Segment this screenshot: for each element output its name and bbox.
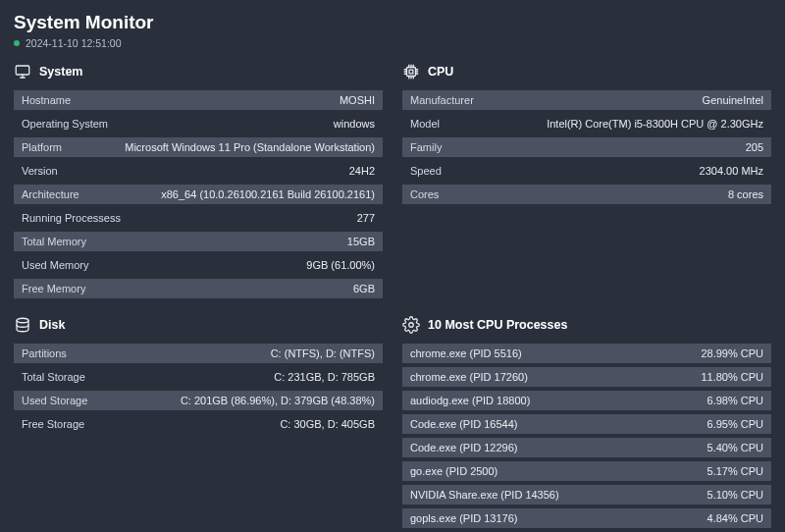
svg-rect-0	[16, 66, 29, 75]
table-row: PlatformMicrosoft Windows 11 Pro (Standa…	[14, 137, 383, 157]
process-name: go.exe (PID 2500)	[410, 465, 497, 477]
process-cpu: 6.98% CPU	[707, 395, 763, 406]
row-key: Running Processess	[22, 212, 121, 224]
svg-point-18	[409, 323, 414, 328]
system-card-title: System	[39, 65, 82, 79]
process-name: gopls.exe (PID 13176)	[410, 512, 517, 524]
process-row: chrome.exe (PID 5516)28.99% CPU	[402, 344, 771, 363]
row-key: Version	[22, 165, 58, 177]
table-row: Total StorageC: 231GB, D: 785GB	[14, 367, 383, 387]
row-value: MOSHI	[340, 94, 375, 106]
process-row: chrome.exe (PID 17260)11.80% CPU	[402, 367, 771, 387]
row-key: Cores	[410, 188, 439, 200]
row-value: C: 30GB, D: 405GB	[280, 418, 375, 430]
status-dot-icon	[14, 40, 20, 46]
row-key: Total Storage	[22, 371, 85, 383]
process-cpu: 28.99% CPU	[701, 347, 763, 359]
row-value: Intel(R) Core(TM) i5-8300H CPU @ 2.30GHz	[547, 118, 763, 130]
process-row: NVIDIA Share.exe (PID 14356)5.10% CPU	[402, 485, 771, 505]
row-value: GenuineIntel	[703, 94, 763, 106]
process-cpu: 5.17% CPU	[707, 465, 763, 477]
process-cpu: 5.10% CPU	[707, 489, 763, 501]
top-processes-card-header: 10 Most CPU Processes	[402, 316, 771, 334]
process-row: Code.exe (PID 16544)6.95% CPU	[402, 414, 771, 434]
table-row: Operating Systemwindows	[14, 114, 383, 133]
monitor-icon	[14, 63, 31, 80]
table-row: ManufacturerGenuineIntel	[402, 90, 771, 110]
disk-card-title: Disk	[39, 318, 65, 332]
process-cpu: 11.80% CPU	[701, 371, 763, 383]
process-list: chrome.exe (PID 5516)28.99% CPUchrome.ex…	[402, 344, 771, 532]
row-value: C: (NTFS), D: (NTFS)	[271, 347, 375, 359]
row-value: C: 201GB (86.96%), D: 379GB (48.38%)	[181, 395, 375, 406]
row-key: Used Storage	[22, 395, 87, 406]
svg-rect-4	[409, 70, 413, 74]
top-processes-card-title: 10 Most CPU Processes	[428, 318, 567, 332]
disk-card: Disk PartitionsC: (NTFS), D: (NTFS)Total…	[14, 316, 383, 532]
table-row: Running Processess277	[14, 208, 383, 228]
row-key: Hostname	[22, 94, 71, 106]
row-key: Partitions	[22, 347, 67, 359]
top-processes-card: 10 Most CPU Processes chrome.exe (PID 55…	[402, 316, 771, 532]
table-row: Used Memory9GB (61.00%)	[14, 255, 383, 275]
row-key: Total Memory	[22, 236, 86, 247]
row-value: 2304.00 MHz	[700, 165, 763, 177]
row-value: 8 cores	[728, 188, 763, 200]
process-row: gopls.exe (PID 13176)4.84% CPU	[402, 508, 771, 528]
row-key: Speed	[410, 165, 442, 177]
row-value: Microsoft Windows 11 Pro (Standalone Wor…	[125, 141, 375, 153]
disk-rows: PartitionsC: (NTFS), D: (NTFS)Total Stor…	[14, 344, 383, 434]
process-row: audiodg.exe (PID 18800)6.98% CPU	[402, 391, 771, 410]
process-name: chrome.exe (PID 17260)	[410, 371, 528, 383]
row-value: 205	[746, 141, 763, 153]
process-row: Code.exe (PID 12296)5.40% CPU	[402, 438, 771, 457]
hard-drive-icon	[14, 316, 31, 334]
process-name: chrome.exe (PID 5516)	[410, 347, 522, 359]
row-key: Free Storage	[22, 418, 84, 430]
process-name: Code.exe (PID 12296)	[410, 442, 517, 453]
process-name: NVIDIA Share.exe (PID 14356)	[410, 489, 559, 501]
table-row: Total Memory15GB	[14, 232, 383, 251]
process-name: audiodg.exe (PID 18800)	[410, 395, 530, 406]
row-key: Family	[410, 141, 442, 153]
gear-icon	[402, 316, 420, 334]
header: System Monitor 2024-11-10 12:51:00	[14, 12, 771, 49]
process-cpu: 6.95% CPU	[707, 418, 763, 430]
table-row: HostnameMOSHI	[14, 90, 383, 110]
row-key: Manufacturer	[410, 94, 474, 106]
row-value: 15GB	[347, 236, 375, 247]
row-value: windows	[334, 118, 375, 130]
table-row: Free Memory6GB	[14, 279, 383, 298]
cpu-chip-icon	[402, 63, 420, 80]
system-rows: HostnameMOSHIOperating SystemwindowsPlat…	[14, 90, 383, 298]
cpu-card-title: CPU	[428, 65, 453, 79]
row-key: Used Memory	[22, 259, 88, 271]
system-card: System HostnameMOSHIOperating Systemwind…	[14, 63, 383, 298]
table-row: Used StorageC: 201GB (86.96%), D: 379GB …	[14, 391, 383, 410]
svg-rect-3	[407, 68, 416, 77]
table-row: Free StorageC: 30GB, D: 405GB	[14, 414, 383, 434]
row-key: Model	[410, 118, 440, 130]
table-row: Speed2304.00 MHz	[402, 161, 771, 181]
table-row: PartitionsC: (NTFS), D: (NTFS)	[14, 344, 383, 363]
header-timestamp: 2024-11-10 12:51:00	[26, 37, 122, 49]
table-row: Version24H2	[14, 161, 383, 181]
row-key: Operating System	[22, 118, 108, 130]
table-row: Architecturex86_64 (10.0.26100.2161 Buil…	[14, 185, 383, 204]
row-value: 277	[357, 212, 375, 224]
system-card-header: System	[14, 63, 383, 80]
table-row: Family205	[402, 137, 771, 157]
cpu-rows: ManufacturerGenuineIntelModelIntel(R) Co…	[402, 90, 771, 204]
disk-card-header: Disk	[14, 316, 383, 334]
dashboard-grid: System HostnameMOSHIOperating Systemwind…	[14, 63, 771, 532]
process-row: go.exe (PID 2500)5.17% CPU	[402, 461, 771, 481]
row-key: Free Memory	[22, 283, 85, 294]
row-key: Platform	[22, 141, 62, 153]
process-cpu: 5.40% CPU	[707, 442, 763, 453]
table-row: Cores8 cores	[402, 185, 771, 204]
process-name: Code.exe (PID 16544)	[410, 418, 517, 430]
cpu-card-header: CPU	[402, 63, 771, 80]
cpu-card: CPU ManufacturerGenuineIntelModelIntel(R…	[402, 63, 771, 298]
page-title: System Monitor	[14, 12, 771, 33]
process-cpu: 4.84% CPU	[707, 512, 763, 524]
